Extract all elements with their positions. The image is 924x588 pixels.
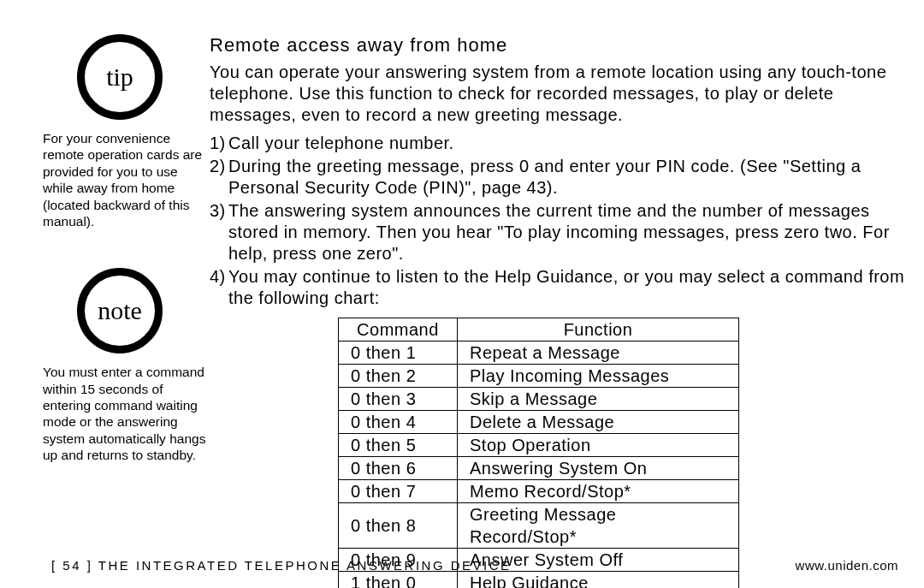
cell-function: Memo Record/Stop*	[458, 480, 739, 503]
cell-command: 0 then 3	[339, 388, 458, 411]
step-3: 3) The answering system announces the cu…	[210, 200, 915, 264]
cell-command: 0 then 8	[339, 503, 458, 549]
step-1: 1) Call your telephone number.	[210, 133, 915, 154]
table-header-function: Function	[458, 318, 739, 342]
cell-command: 0 then 6	[339, 457, 458, 480]
cell-command: 0 then 7	[339, 480, 458, 503]
note-badge: note	[77, 268, 163, 353]
cell-function: Greeting Message Record/Stop*	[458, 503, 739, 549]
cell-command: 0 then 2	[339, 365, 458, 388]
intro-text: You can operate your answering system fr…	[210, 62, 915, 126]
table-row: 0 then 1Repeat a Message	[339, 342, 739, 365]
tip-text: For your convenience remote operation ca…	[43, 130, 210, 229]
step-num: 3)	[210, 200, 228, 264]
step-num: 4)	[210, 266, 228, 309]
cell-function: Repeat a Message	[458, 342, 739, 365]
note-text: You must enter a command within 15 secon…	[43, 364, 210, 463]
page-heading: Remote access away from home	[210, 34, 915, 56]
cell-command: 0 then 1	[339, 342, 458, 365]
tip-badge: tip	[77, 34, 163, 120]
step-text: Call your telephone number.	[228, 133, 915, 154]
step-4: 4) You may continue to listen to the Hel…	[210, 266, 915, 309]
command-table: Command Function 0 then 1Repeat a Messag…	[338, 318, 739, 588]
footer-left: [ 54 ] THE INTEGRATED TELEPHONE ANSWERIN…	[51, 558, 512, 573]
tip-label: tip	[106, 62, 133, 92]
footer-url: www.uniden.com	[796, 558, 898, 573]
note-label: note	[98, 296, 142, 325]
cell-function: Skip a Message	[458, 388, 739, 411]
table-row: 0 then 5Stop Operation	[339, 434, 739, 457]
cell-command: 0 then 5	[339, 434, 458, 457]
step-text: During the greeting message, press 0 and…	[228, 156, 915, 199]
table-row: 0 then 7Memo Record/Stop*	[339, 480, 739, 503]
table-row: 0 then 6Answering System On	[339, 457, 739, 480]
step-num: 1)	[210, 133, 228, 154]
cell-function: Play Incoming Messages	[458, 365, 739, 388]
step-text: The answering system announces the curre…	[228, 200, 915, 264]
step-num: 2)	[210, 156, 228, 199]
step-2: 2) During the greeting message, press 0 …	[210, 156, 915, 199]
table-row: 0 then 4Delete a Message	[339, 411, 739, 434]
cell-function: Help Guidance	[458, 572, 739, 589]
cell-command: 1 then 0	[339, 572, 458, 589]
step-text: You may continue to listen to the Help G…	[228, 266, 915, 309]
table-header-command: Command	[339, 318, 458, 342]
table-row: 0 then 8Greeting Message Record/Stop*	[339, 503, 739, 549]
cell-command: 0 then 4	[339, 411, 458, 434]
page-footer: [ 54 ] THE INTEGRATED TELEPHONE ANSWERIN…	[51, 558, 898, 573]
table-row: 0 then 2Play Incoming Messages	[339, 365, 739, 388]
table-header-row: Command Function	[339, 318, 739, 342]
cell-function: Delete a Message	[458, 411, 739, 434]
table-row: 1 then 0Help Guidance	[339, 572, 739, 589]
cell-function: Answering System On	[458, 457, 739, 480]
table-row: 0 then 3Skip a Message	[339, 388, 739, 411]
cell-function: Stop Operation	[458, 434, 739, 457]
